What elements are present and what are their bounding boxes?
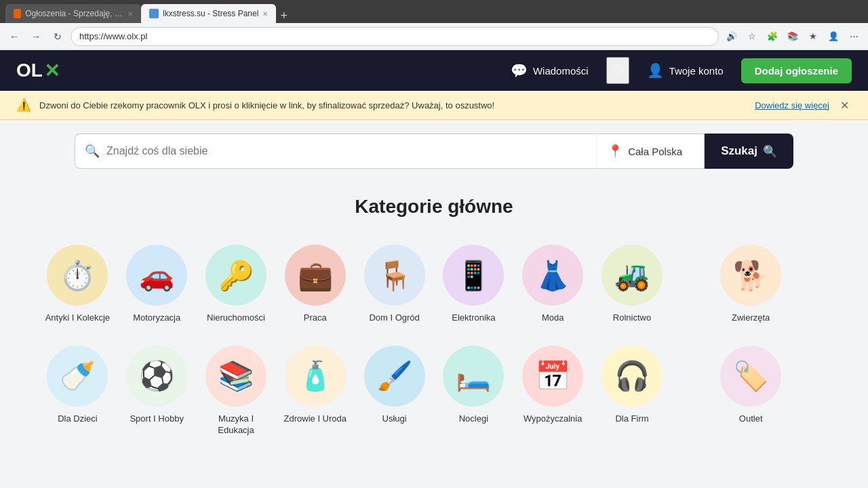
category-elektronika-label: Elektronika (452, 312, 495, 324)
browser-tab-2[interactable]: lkxstress.su - Stress Panel ✕ (141, 4, 276, 23)
category-zdrowie-icon: 🧴 (285, 346, 346, 407)
category-zwierzeta[interactable]: 🐕 Zwierzęta (713, 239, 788, 329)
category-wypozyczalnia-icon: 📅 (522, 346, 583, 407)
address-input[interactable] (71, 27, 719, 46)
search-button-label: Szukaj (721, 144, 757, 158)
category-zdrowie-label: Zdrowie I Uroda (284, 413, 347, 425)
extensions-button[interactable]: 🧩 (764, 28, 781, 45)
category-uslugi-icon: 🖌️ (364, 346, 425, 407)
category-praca-label: Praca (304, 312, 327, 324)
tab1-close[interactable]: ✕ (127, 10, 133, 18)
tab1-label: Ogłoszenia - Sprzedaję, kupię n... (25, 9, 123, 18)
close-banner-button[interactable]: ✕ (837, 99, 852, 112)
learn-more-link[interactable]: Dowiedz się więcej (755, 100, 829, 110)
category-muzyka-icon: 📚 (205, 346, 267, 407)
messages-icon: 💬 (511, 62, 528, 79)
collections-button[interactable]: 📚 (784, 28, 802, 45)
messages-button[interactable]: 💬 Wiadomości (504, 58, 595, 83)
category-rolnictwo[interactable]: 🚜 Rolnictwo (595, 239, 669, 329)
category-sport-icon: ⚽ (126, 346, 187, 407)
category-firmy[interactable]: 🎧 Dla Firm (595, 340, 669, 442)
category-wypozyczalnia[interactable]: 📅 Wypożyczalnia (516, 340, 590, 442)
warning-text: Dzwoni do Ciebie rzekomy pracownik OLX i… (39, 100, 747, 110)
category-dom-label: Dom I Ogród (369, 312, 419, 324)
category-rolnictwo-label: Rolnictwo (613, 312, 651, 324)
warning-banner: ⚠️ Dzwoni do Ciebie rzekomy pracownik OL… (0, 91, 868, 120)
category-moda[interactable]: 👗 Moda (516, 239, 590, 329)
category-sport[interactable]: ⚽ Sport I Hobby (120, 340, 194, 442)
logo-text: OL (16, 60, 43, 81)
search-container: 🔍 📍 Cała Polska Szukaj 🔍 (61, 134, 807, 169)
site-header: OL ✕ 💬 Wiadomości ♡ 👤 Twoje konto Dodaj … (0, 50, 868, 91)
location-wrap[interactable]: 📍 Cała Polska (596, 134, 705, 169)
browser-tab-1[interactable]: Ogłoszenia - Sprzedaję, kupię n... ✕ (5, 4, 141, 23)
tab2-close[interactable]: ✕ (262, 10, 268, 18)
bookmark-button[interactable]: ☆ (743, 28, 761, 45)
new-tab-button[interactable]: + (276, 9, 292, 23)
more-button[interactable]: ⋯ (845, 28, 863, 45)
category-noclegi-icon: 🛏️ (443, 346, 504, 407)
category-outlet-label: Outlet (739, 413, 763, 425)
categories-title: Kategorie główne (41, 196, 827, 218)
category-motoryzacja-icon: 🚗 (126, 245, 187, 306)
category-dzieci-label: Dla Dzieci (58, 413, 98, 425)
category-noclegi-label: Noclegi (459, 413, 488, 425)
category-moda-label: Moda (542, 312, 564, 324)
messages-label: Wiadomości (533, 65, 589, 77)
search-input[interactable] (106, 136, 587, 167)
category-dom-icon: 🪑 (364, 245, 425, 306)
forward-button[interactable]: → (27, 28, 45, 45)
address-bar-row: ← → ↻ 🔊 ☆ 🧩 📚 ★ 👤 ⋯ (0, 23, 868, 50)
olx-logo[interactable]: OL ✕ (16, 60, 60, 82)
tab2-favicon (149, 9, 159, 18)
address-actions: 🔊 ☆ 🧩 📚 ★ 👤 ⋯ (723, 28, 863, 45)
category-motoryzacja[interactable]: 🚗 Motoryzacja (120, 239, 194, 329)
account-button[interactable]: 👤 Twoje konto (640, 58, 730, 83)
category-nieruchomosci-label: Nieruchomości (207, 312, 265, 324)
category-dom[interactable]: 🪑 Dom I Ogród (357, 239, 431, 329)
search-button-icon: 🔍 (763, 144, 777, 159)
category-zwierzeta-icon: 🐕 (720, 245, 781, 306)
category-uslugi[interactable]: 🖌️ Usługi (357, 340, 431, 442)
category-outlet-icon: 🏷️ (720, 346, 781, 407)
category-nieruchomosci[interactable]: 🔑 Nieruchomości (199, 239, 273, 329)
tab2-label: lkxstress.su - Stress Panel (163, 9, 258, 18)
category-moda-icon: 👗 (522, 245, 583, 306)
profile-button[interactable]: 👤 (825, 28, 842, 45)
category-praca-icon: 💼 (285, 245, 346, 306)
category-antyki[interactable]: ⏱️ Antyki I Kolekcje (41, 239, 115, 329)
back-button[interactable]: ← (5, 28, 23, 45)
browser-tab-bar: Ogłoszenia - Sprzedaję, kupię n... ✕ lkx… (0, 0, 868, 23)
category-outlet[interactable]: 🏷️ Outlet (713, 340, 788, 442)
category-sport-label: Sport I Hobby (130, 413, 184, 425)
tab1-favicon (14, 9, 21, 18)
category-zdrowie[interactable]: 🧴 Zdrowie I Uroda (278, 340, 352, 442)
categories-section: Kategorie główne ⏱️ Antyki I Kolekcje 🚗 … (27, 196, 841, 442)
location-text: Cała Polska (628, 146, 682, 157)
read-aloud-button[interactable]: 🔊 (723, 28, 741, 45)
reload-button[interactable]: ↻ (49, 28, 66, 45)
category-motoryzacja-label: Motoryzacja (133, 312, 180, 324)
warning-icon: ⚠️ (16, 98, 31, 113)
category-nieruchomosci-icon: 🔑 (205, 245, 267, 306)
category-praca[interactable]: 💼 Praca (278, 239, 352, 329)
category-muzyka[interactable]: 📚 Muzyka I Edukacja (199, 340, 273, 442)
category-elektronika[interactable]: 📱 Elektronika (437, 239, 511, 329)
category-antyki-label: Antyki I Kolekcje (45, 312, 110, 324)
category-elektronika-icon: 📱 (443, 245, 504, 306)
search-input-wrap: 🔍 (75, 134, 596, 169)
category-firmy-label: Dla Firm (615, 413, 648, 425)
category-wypozyczalnia-label: Wypożyczalnia (524, 413, 583, 425)
account-icon: 👤 (647, 62, 664, 79)
favorites-heart-button[interactable]: ♡ (606, 57, 629, 84)
category-uslugi-label: Usługi (382, 413, 407, 425)
category-dzieci[interactable]: 🍼 Dla Dzieci (41, 340, 115, 442)
favorites-button[interactable]: ★ (804, 28, 822, 45)
category-dzieci-icon: 🍼 (47, 346, 108, 407)
location-icon: 📍 (608, 144, 623, 159)
search-button[interactable]: Szukaj 🔍 (705, 134, 793, 169)
category-noclegi[interactable]: 🛏️ Noclegi (437, 340, 511, 442)
add-listing-button[interactable]: Dodaj ogłoszenie (741, 58, 852, 83)
category-antyki-icon: ⏱️ (47, 245, 108, 306)
category-muzyka-label: Muzyka I Edukacja (202, 413, 271, 436)
